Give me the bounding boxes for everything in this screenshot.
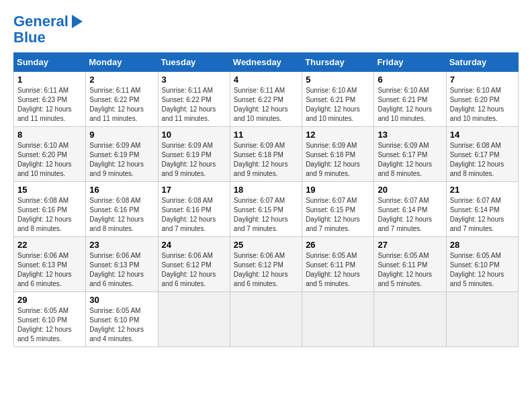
day-number: 26 [306,240,370,250]
calendar-cell: 15 Sunrise: 6:08 AM Sunset: 6:16 PM Dayl… [14,182,86,237]
calendar-cell [230,292,302,347]
calendar-cell: 29 Sunrise: 6:05 AM Sunset: 6:10 PM Dayl… [14,292,86,347]
day-info: Sunrise: 6:05 AM Sunset: 6:11 PM Dayligh… [306,251,370,289]
day-info: Sunrise: 6:09 AM Sunset: 6:18 PM Dayligh… [234,141,298,179]
day-header-thursday: Thursday [302,53,374,72]
day-number: 10 [162,130,226,140]
day-header-saturday: Saturday [446,53,518,72]
day-number: 14 [450,130,515,140]
day-number: 23 [89,240,154,250]
day-number: 8 [17,130,82,140]
calendar-header-row: SundayMondayTuesdayWednesdayThursdayFrid… [14,53,519,72]
calendar-cell [374,292,446,347]
day-info: Sunrise: 6:06 AM Sunset: 6:12 PM Dayligh… [162,251,226,289]
day-number: 28 [450,240,515,250]
calendar-cell: 28 Sunrise: 6:05 AM Sunset: 6:10 PM Dayl… [446,237,518,292]
calendar-week-row: 15 Sunrise: 6:08 AM Sunset: 6:16 PM Dayl… [14,182,519,237]
calendar-cell [302,292,374,347]
day-number: 25 [234,240,298,250]
day-info: Sunrise: 6:09 AM Sunset: 6:19 PM Dayligh… [162,141,226,179]
day-info: Sunrise: 6:07 AM Sunset: 6:15 PM Dayligh… [306,196,370,234]
calendar-cell: 23 Sunrise: 6:06 AM Sunset: 6:13 PM Dayl… [86,237,158,292]
calendar-cell: 30 Sunrise: 6:05 AM Sunset: 6:10 PM Dayl… [86,292,158,347]
day-number: 16 [89,185,154,195]
day-info: Sunrise: 6:09 AM Sunset: 6:17 PM Dayligh… [378,141,442,179]
calendar-cell: 6 Sunrise: 6:10 AM Sunset: 6:21 PM Dayli… [374,72,446,127]
day-info: Sunrise: 6:06 AM Sunset: 6:13 PM Dayligh… [17,251,82,289]
calendar-cell: 25 Sunrise: 6:06 AM Sunset: 6:12 PM Dayl… [230,237,302,292]
day-info: Sunrise: 6:05 AM Sunset: 6:10 PM Dayligh… [89,306,154,344]
day-number: 7 [450,75,515,85]
day-number: 15 [17,185,82,195]
calendar-cell: 14 Sunrise: 6:08 AM Sunset: 6:17 PM Dayl… [446,127,518,182]
day-info: Sunrise: 6:10 AM Sunset: 6:20 PM Dayligh… [450,86,515,124]
day-info: Sunrise: 6:08 AM Sunset: 6:16 PM Dayligh… [162,196,226,234]
logo-general: General [13,13,69,30]
calendar-cell: 21 Sunrise: 6:07 AM Sunset: 6:14 PM Dayl… [446,182,518,237]
calendar-cell: 1 Sunrise: 6:11 AM Sunset: 6:23 PM Dayli… [14,72,86,127]
calendar-cell: 26 Sunrise: 6:05 AM Sunset: 6:11 PM Dayl… [302,237,374,292]
logo: General Blue [13,13,83,46]
day-info: Sunrise: 6:10 AM Sunset: 6:21 PM Dayligh… [306,86,370,124]
calendar-cell: 7 Sunrise: 6:10 AM Sunset: 6:20 PM Dayli… [446,72,518,127]
day-number: 13 [378,130,442,140]
day-info: Sunrise: 6:10 AM Sunset: 6:21 PM Dayligh… [378,86,442,124]
calendar-cell: 20 Sunrise: 6:07 AM Sunset: 6:14 PM Dayl… [374,182,446,237]
day-header-tuesday: Tuesday [158,53,230,72]
day-info: Sunrise: 6:05 AM Sunset: 6:11 PM Dayligh… [378,251,442,289]
day-info: Sunrise: 6:08 AM Sunset: 6:16 PM Dayligh… [89,196,154,234]
day-info: Sunrise: 6:06 AM Sunset: 6:12 PM Dayligh… [234,251,298,289]
calendar-table: SundayMondayTuesdayWednesdayThursdayFrid… [13,52,519,347]
day-number: 6 [378,75,442,85]
calendar-week-row: 8 Sunrise: 6:10 AM Sunset: 6:20 PM Dayli… [14,127,519,182]
day-header-wednesday: Wednesday [230,53,302,72]
calendar-cell: 22 Sunrise: 6:06 AM Sunset: 6:13 PM Dayl… [14,237,86,292]
day-info: Sunrise: 6:11 AM Sunset: 6:22 PM Dayligh… [234,86,298,124]
day-info: Sunrise: 6:07 AM Sunset: 6:14 PM Dayligh… [450,196,515,234]
calendar-cell: 27 Sunrise: 6:05 AM Sunset: 6:11 PM Dayl… [374,237,446,292]
logo-arrow-icon [72,15,83,28]
day-info: Sunrise: 6:07 AM Sunset: 6:14 PM Dayligh… [378,196,442,234]
day-number: 29 [17,295,82,305]
calendar-cell: 17 Sunrise: 6:08 AM Sunset: 6:16 PM Dayl… [158,182,230,237]
day-number: 27 [378,240,442,250]
calendar-cell: 12 Sunrise: 6:09 AM Sunset: 6:18 PM Dayl… [302,127,374,182]
day-number: 9 [89,130,154,140]
day-info: Sunrise: 6:09 AM Sunset: 6:18 PM Dayligh… [306,141,370,179]
calendar-cell: 11 Sunrise: 6:09 AM Sunset: 6:18 PM Dayl… [230,127,302,182]
day-header-friday: Friday [374,53,446,72]
day-number: 19 [306,185,370,195]
day-info: Sunrise: 6:08 AM Sunset: 6:16 PM Dayligh… [17,196,82,234]
calendar-cell [158,292,230,347]
day-number: 12 [306,130,370,140]
day-number: 3 [162,75,226,85]
day-number: 20 [378,185,442,195]
day-info: Sunrise: 6:06 AM Sunset: 6:13 PM Dayligh… [89,251,154,289]
day-number: 22 [17,240,82,250]
page-header: General Blue [13,13,519,46]
calendar-cell: 13 Sunrise: 6:09 AM Sunset: 6:17 PM Dayl… [374,127,446,182]
day-info: Sunrise: 6:11 AM Sunset: 6:22 PM Dayligh… [162,86,226,124]
day-number: 4 [234,75,298,85]
day-info: Sunrise: 6:07 AM Sunset: 6:15 PM Dayligh… [234,196,298,234]
day-header-sunday: Sunday [14,53,86,72]
calendar-week-row: 22 Sunrise: 6:06 AM Sunset: 6:13 PM Dayl… [14,237,519,292]
day-info: Sunrise: 6:11 AM Sunset: 6:22 PM Dayligh… [89,86,154,124]
day-number: 30 [89,295,154,305]
calendar-cell [446,292,518,347]
day-number: 5 [306,75,370,85]
day-number: 18 [234,185,298,195]
day-info: Sunrise: 6:05 AM Sunset: 6:10 PM Dayligh… [17,306,82,344]
day-number: 24 [162,240,226,250]
calendar-cell: 19 Sunrise: 6:07 AM Sunset: 6:15 PM Dayl… [302,182,374,237]
calendar-cell: 24 Sunrise: 6:06 AM Sunset: 6:12 PM Dayl… [158,237,230,292]
day-info: Sunrise: 6:08 AM Sunset: 6:17 PM Dayligh… [450,141,515,179]
day-info: Sunrise: 6:05 AM Sunset: 6:10 PM Dayligh… [450,251,515,289]
day-number: 1 [17,75,82,85]
calendar-cell: 8 Sunrise: 6:10 AM Sunset: 6:20 PM Dayli… [14,127,86,182]
calendar-cell: 16 Sunrise: 6:08 AM Sunset: 6:16 PM Dayl… [86,182,158,237]
calendar-cell: 4 Sunrise: 6:11 AM Sunset: 6:22 PM Dayli… [230,72,302,127]
day-info: Sunrise: 6:09 AM Sunset: 6:19 PM Dayligh… [89,141,154,179]
logo-blue: Blue [13,30,83,46]
calendar-week-row: 1 Sunrise: 6:11 AM Sunset: 6:23 PM Dayli… [14,72,519,127]
